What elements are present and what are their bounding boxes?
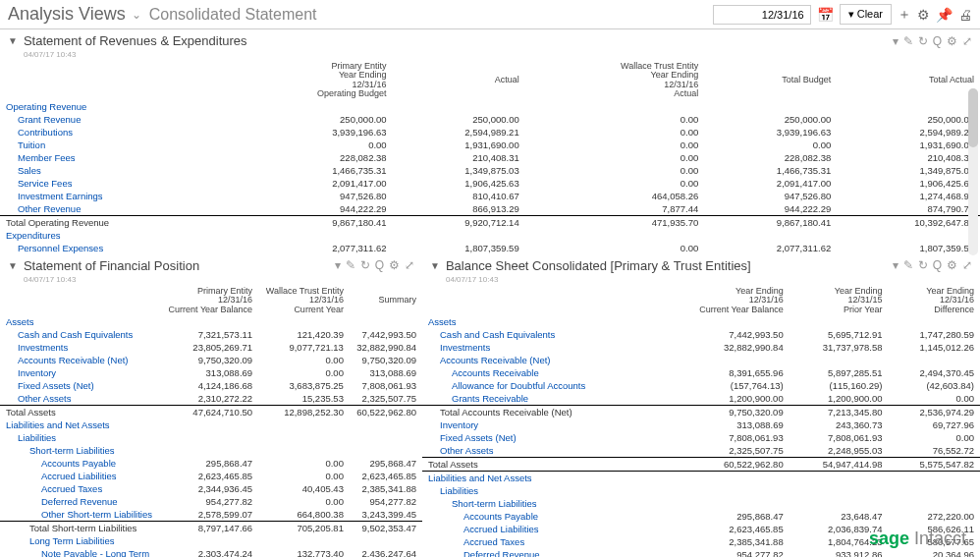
panel-title: Balance Sheet Consolidated [Primary & Tr… [446,258,751,273]
row-label[interactable]: Accounts Receivable (Net) [0,354,161,366]
cell: 2,077,311.62 [230,242,392,254]
expand-icon[interactable]: ⤢ [962,258,972,272]
table-row: Investments32,882,990.8431,737,978.581,1… [422,341,980,354]
row-label[interactable]: Sales [0,164,230,177]
row-label[interactable]: Accounts Receivable (Net) [422,354,657,366]
row-label[interactable]: Accrued Liabilities [422,523,657,535]
row-label[interactable]: Note Payable - Long Term [0,547,161,557]
cell: 464,058.26 [525,190,705,202]
search-icon[interactable]: Q [933,258,942,272]
brand-logo: sage Intacct [869,529,966,549]
row-label[interactable]: Fixed Assets (Net) [0,379,161,392]
cell [789,315,889,328]
row-label[interactable]: Accrued Taxes [422,535,657,548]
cell [230,229,392,242]
row-label[interactable]: Tuition [0,139,230,151]
cell: 60,522,962.80 [350,406,422,419]
row-label[interactable]: Other Assets [0,392,161,406]
row-label: Total Assets [422,458,657,472]
search-icon[interactable]: Q [375,258,384,272]
cell: 2,594,989.21 [393,126,525,139]
edit-icon[interactable]: ✎ [346,258,355,272]
gear-icon[interactable]: ⚙ [917,7,930,23]
panel-title: Statement of Revenues & Expenditures [24,33,247,48]
row-label[interactable]: Other Assets [422,444,657,458]
row-label[interactable]: Liabilities [422,484,657,497]
row-label[interactable]: Other Short-term Liabilities [0,508,161,522]
search-icon[interactable]: Q [933,34,942,48]
row-label[interactable]: Personnel Expenses [0,242,230,254]
filter-icon[interactable]: ▾ [893,34,898,48]
row-label[interactable]: Allowance for Doubtful Accounts [422,379,657,392]
calendar-icon[interactable]: 📅 [817,7,834,23]
row-label[interactable]: Short-term Liabilities [422,497,657,510]
filter-icon[interactable]: ▾ [893,258,898,272]
edit-icon[interactable]: ✎ [903,34,913,48]
panel-balance: ▼ Balance Sheet Consolidated [Primary & … [422,254,980,557]
print-icon[interactable]: 🖨 [958,7,972,23]
refresh-icon[interactable]: ↻ [918,34,928,48]
collapse-icon[interactable]: ▼ [430,260,440,271]
scrollbar[interactable] [968,88,978,255]
refresh-icon[interactable]: ↻ [918,258,928,272]
gear-icon[interactable]: ⚙ [947,34,957,48]
row-label[interactable]: Long Term Liabilities [0,534,161,547]
table-row: Allowance for Doubtful Accounts(157,764.… [422,379,980,392]
chevron-down-icon[interactable]: ⌄ [132,8,141,22]
row-label[interactable]: Contributions [0,126,230,139]
plus-icon[interactable]: ＋ [898,6,911,24]
cell: 54,947,414.98 [789,458,889,472]
edit-icon[interactable]: ✎ [903,258,913,272]
cell: (157,764.13) [657,379,789,392]
row-label[interactable]: Investment Earnings [0,190,230,202]
cell: 2,303,474.24 [161,547,258,557]
row-label[interactable]: Investments [422,341,657,354]
row-label[interactable]: Other Revenue [0,202,230,216]
row-label: Assets [0,315,161,328]
row-label[interactable]: Cash and Cash Equivalents [0,328,161,341]
date-input[interactable] [713,5,811,25]
collapse-icon[interactable]: ▼ [8,260,18,271]
collapse-icon[interactable]: ▼ [8,35,18,46]
cell: 1,274,468.93 [837,190,980,202]
refresh-icon[interactable]: ↻ [360,258,370,272]
cell: 874,790.73 [837,202,980,216]
cell [837,229,980,242]
row-label[interactable]: Short-term Liabilities [0,444,161,457]
cell: 0.00 [258,354,350,366]
row-label[interactable]: Inventory [0,366,161,379]
row-label[interactable]: Accounts Receivable [422,366,657,379]
gear-icon[interactable]: ⚙ [389,258,400,272]
row-label[interactable]: Grant Revenue [0,113,230,126]
row-label[interactable]: Deferred Revenue [0,495,161,508]
filter-icon[interactable]: ▾ [335,258,341,272]
table-row: Fixed Assets (Net)7,808,061.937,808,061.… [422,431,980,444]
panel-title: Statement of Financial Position [24,258,199,273]
row-label[interactable]: Member Fees [0,151,230,164]
pin-icon[interactable]: 📌 [936,7,953,23]
expand-icon[interactable]: ⤢ [405,258,414,272]
row-label[interactable]: Accounts Payable [0,457,161,470]
row-label[interactable]: Fixed Assets (Net) [422,431,657,444]
row-label[interactable]: Accrued Taxes [0,482,161,495]
table-row: Deferred Revenue954,277.820.00954,277.82 [0,495,422,508]
cell: 0.00 [258,495,350,508]
row-label[interactable]: Liabilities [0,431,161,444]
row-label[interactable]: Investments [0,341,161,354]
expand-icon[interactable]: ⤢ [962,34,972,48]
cell: 2,436,247.64 [350,547,422,557]
row-label[interactable]: Deferred Revenue [422,548,657,557]
clear-button[interactable]: ▾ Clear [840,4,892,25]
cell: 0.00 [258,366,350,379]
cell: 2,385,341.88 [350,482,422,495]
row-label[interactable]: Inventory [422,418,657,431]
cell: 947,526.80 [704,190,837,202]
gear-icon[interactable]: ⚙ [947,258,957,272]
row-label[interactable]: Cash and Cash Equivalents [422,328,657,341]
cell: 9,077,721.13 [258,341,350,354]
row-label[interactable]: Accrued Liabilities [0,470,161,482]
row-label[interactable]: Grants Receivable [422,392,657,406]
cell: 9,867,180.41 [704,215,837,229]
row-label[interactable]: Service Fees [0,177,230,190]
row-label[interactable]: Accounts Payable [422,510,657,523]
